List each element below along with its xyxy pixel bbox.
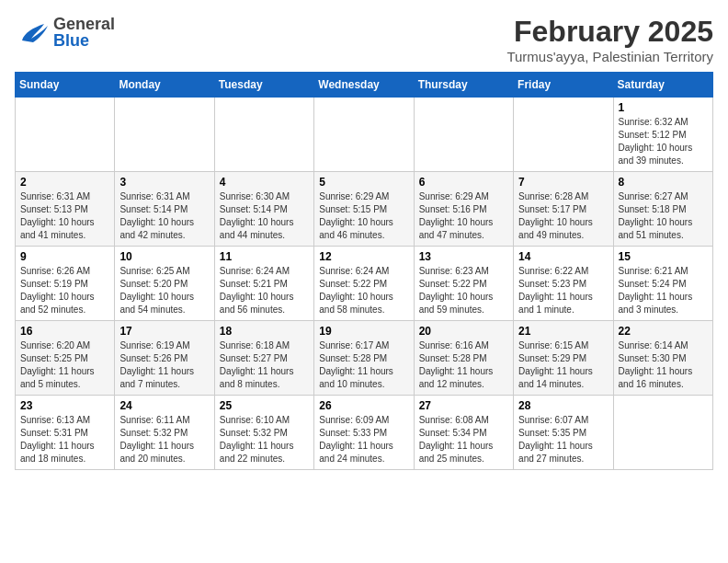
day-number: 28 bbox=[518, 399, 608, 412]
day-info: Sunrise: 6:18 AM Sunset: 5:27 PM Dayligh… bbox=[220, 339, 309, 391]
calendar-cell: 2Sunrise: 6:31 AM Sunset: 5:13 PM Daylig… bbox=[16, 172, 115, 247]
day-number: 24 bbox=[119, 399, 209, 412]
calendar-cell: 6Sunrise: 6:29 AM Sunset: 5:16 PM Daylig… bbox=[414, 172, 513, 247]
day-info: Sunrise: 6:28 AM Sunset: 5:17 PM Dayligh… bbox=[518, 190, 608, 242]
day-info: Sunrise: 6:27 AM Sunset: 5:18 PM Dayligh… bbox=[619, 190, 708, 242]
calendar-week-row: 16Sunrise: 6:20 AM Sunset: 5:25 PM Dayli… bbox=[16, 321, 713, 396]
day-number: 1 bbox=[619, 101, 708, 114]
day-number: 14 bbox=[518, 250, 608, 263]
day-info: Sunrise: 6:31 AM Sunset: 5:13 PM Dayligh… bbox=[20, 190, 109, 242]
day-info: Sunrise: 6:10 AM Sunset: 5:32 PM Dayligh… bbox=[220, 414, 309, 465]
day-info: Sunrise: 6:19 AM Sunset: 5:26 PM Dayligh… bbox=[119, 339, 209, 391]
calendar-subtitle: Turmus'ayya, Palestinian Territory bbox=[506, 49, 713, 64]
calendar-cell: 4Sunrise: 6:30 AM Sunset: 5:14 PM Daylig… bbox=[214, 172, 313, 247]
day-number: 13 bbox=[419, 250, 508, 263]
day-info: Sunrise: 6:20 AM Sunset: 5:25 PM Dayligh… bbox=[20, 339, 109, 391]
calendar-cell: 27Sunrise: 6:08 AM Sunset: 5:34 PM Dayli… bbox=[414, 396, 513, 470]
day-of-week-header: Saturday bbox=[613, 73, 712, 98]
day-info: Sunrise: 6:21 AM Sunset: 5:24 PM Dayligh… bbox=[619, 265, 708, 316]
day-info: Sunrise: 6:08 AM Sunset: 5:34 PM Dayligh… bbox=[419, 414, 508, 465]
day-number: 16 bbox=[20, 325, 109, 338]
day-number: 22 bbox=[619, 325, 708, 338]
calendar-title: February 2025 bbox=[506, 15, 713, 49]
day-info: Sunrise: 6:30 AM Sunset: 5:14 PM Dayligh… bbox=[220, 190, 309, 242]
day-info: Sunrise: 6:26 AM Sunset: 5:19 PM Dayligh… bbox=[20, 265, 109, 316]
day-info: Sunrise: 6:17 AM Sunset: 5:28 PM Dayligh… bbox=[319, 339, 408, 391]
day-number: 21 bbox=[518, 325, 608, 338]
day-number: 2 bbox=[20, 176, 109, 189]
day-info: Sunrise: 6:16 AM Sunset: 5:28 PM Dayligh… bbox=[419, 339, 508, 391]
day-info: Sunrise: 6:29 AM Sunset: 5:15 PM Dayligh… bbox=[319, 190, 408, 242]
days-of-week-row: SundayMondayTuesdayWednesdayThursdayFrid… bbox=[16, 73, 713, 98]
day-number: 27 bbox=[419, 399, 508, 412]
calendar-cell: 12Sunrise: 6:24 AM Sunset: 5:22 PM Dayli… bbox=[314, 247, 414, 321]
day-info: Sunrise: 6:09 AM Sunset: 5:33 PM Dayligh… bbox=[319, 414, 408, 465]
day-info: Sunrise: 6:24 AM Sunset: 5:21 PM Dayligh… bbox=[220, 265, 309, 316]
calendar-cell: 10Sunrise: 6:25 AM Sunset: 5:20 PM Dayli… bbox=[115, 247, 214, 321]
calendar-cell: 11Sunrise: 6:24 AM Sunset: 5:21 PM Dayli… bbox=[214, 247, 313, 321]
calendar-cell: 5Sunrise: 6:29 AM Sunset: 5:15 PM Daylig… bbox=[314, 172, 414, 247]
calendar-cell: 16Sunrise: 6:20 AM Sunset: 5:25 PM Dayli… bbox=[16, 321, 115, 396]
calendar-week-row: 9Sunrise: 6:26 AM Sunset: 5:19 PM Daylig… bbox=[16, 247, 713, 321]
calendar-week-row: 1Sunrise: 6:32 AM Sunset: 5:12 PM Daylig… bbox=[16, 98, 713, 172]
calendar-cell: 24Sunrise: 6:11 AM Sunset: 5:32 PM Dayli… bbox=[115, 396, 214, 470]
day-number: 8 bbox=[619, 176, 708, 189]
day-number: 5 bbox=[319, 176, 408, 189]
day-info: Sunrise: 6:07 AM Sunset: 5:35 PM Dayligh… bbox=[518, 414, 608, 465]
calendar-cell: 1Sunrise: 6:32 AM Sunset: 5:12 PM Daylig… bbox=[613, 98, 712, 172]
calendar-cell bbox=[414, 98, 513, 172]
calendar-cell: 26Sunrise: 6:09 AM Sunset: 5:33 PM Dayli… bbox=[314, 396, 414, 470]
calendar-week-row: 2Sunrise: 6:31 AM Sunset: 5:13 PM Daylig… bbox=[16, 172, 713, 247]
calendar-cell: 19Sunrise: 6:17 AM Sunset: 5:28 PM Dayli… bbox=[314, 321, 414, 396]
day-of-week-header: Thursday bbox=[414, 73, 513, 98]
day-number: 6 bbox=[419, 176, 508, 189]
calendar-cell bbox=[514, 98, 613, 172]
day-info: Sunrise: 6:24 AM Sunset: 5:22 PM Dayligh… bbox=[319, 265, 408, 316]
day-number: 10 bbox=[119, 250, 209, 263]
day-number: 25 bbox=[220, 399, 309, 412]
calendar-body: 1Sunrise: 6:32 AM Sunset: 5:12 PM Daylig… bbox=[16, 98, 713, 470]
calendar-cell bbox=[115, 98, 214, 172]
calendar-cell: 18Sunrise: 6:18 AM Sunset: 5:27 PM Dayli… bbox=[214, 321, 313, 396]
calendar-cell: 22Sunrise: 6:14 AM Sunset: 5:30 PM Dayli… bbox=[613, 321, 712, 396]
day-info: Sunrise: 6:11 AM Sunset: 5:32 PM Dayligh… bbox=[119, 414, 209, 465]
logo-general-text: General bbox=[53, 16, 115, 32]
calendar-cell: 9Sunrise: 6:26 AM Sunset: 5:19 PM Daylig… bbox=[16, 247, 115, 321]
calendar-cell bbox=[16, 98, 115, 172]
day-number: 7 bbox=[518, 176, 608, 189]
header: General Blue February 2025 Turmus'ayya, … bbox=[15, 15, 713, 64]
day-number: 15 bbox=[619, 250, 708, 263]
day-number: 17 bbox=[119, 325, 209, 338]
day-info: Sunrise: 6:23 AM Sunset: 5:22 PM Dayligh… bbox=[419, 265, 508, 316]
day-number: 18 bbox=[220, 325, 309, 338]
day-number: 4 bbox=[220, 176, 309, 189]
day-number: 3 bbox=[119, 176, 209, 189]
day-info: Sunrise: 6:22 AM Sunset: 5:23 PM Dayligh… bbox=[518, 265, 608, 316]
day-info: Sunrise: 6:31 AM Sunset: 5:14 PM Dayligh… bbox=[119, 190, 209, 242]
calendar-cell: 21Sunrise: 6:15 AM Sunset: 5:29 PM Dayli… bbox=[514, 321, 613, 396]
calendar-cell: 17Sunrise: 6:19 AM Sunset: 5:26 PM Dayli… bbox=[115, 321, 214, 396]
calendar-cell: 14Sunrise: 6:22 AM Sunset: 5:23 PM Dayli… bbox=[514, 247, 613, 321]
calendar-cell: 23Sunrise: 6:13 AM Sunset: 5:31 PM Dayli… bbox=[16, 396, 115, 470]
calendar-cell: 8Sunrise: 6:27 AM Sunset: 5:18 PM Daylig… bbox=[613, 172, 712, 247]
calendar-table: SundayMondayTuesdayWednesdayThursdayFrid… bbox=[15, 72, 713, 470]
calendar-cell: 7Sunrise: 6:28 AM Sunset: 5:17 PM Daylig… bbox=[514, 172, 613, 247]
day-number: 20 bbox=[419, 325, 508, 338]
calendar-cell: 20Sunrise: 6:16 AM Sunset: 5:28 PM Dayli… bbox=[414, 321, 513, 396]
day-info: Sunrise: 6:14 AM Sunset: 5:30 PM Dayligh… bbox=[619, 339, 708, 391]
day-of-week-header: Tuesday bbox=[214, 73, 313, 98]
day-number: 19 bbox=[319, 325, 408, 338]
day-number: 12 bbox=[319, 250, 408, 263]
calendar-cell: 25Sunrise: 6:10 AM Sunset: 5:32 PM Dayli… bbox=[214, 396, 313, 470]
calendar-cell: 28Sunrise: 6:07 AM Sunset: 5:35 PM Dayli… bbox=[514, 396, 613, 470]
day-number: 23 bbox=[20, 399, 109, 412]
day-info: Sunrise: 6:15 AM Sunset: 5:29 PM Dayligh… bbox=[518, 339, 608, 391]
calendar-cell bbox=[613, 396, 712, 470]
logo-blue-text: Blue bbox=[53, 32, 115, 49]
calendar-cell: 15Sunrise: 6:21 AM Sunset: 5:24 PM Dayli… bbox=[613, 247, 712, 321]
title-section: February 2025 Turmus'ayya, Palestinian T… bbox=[506, 15, 713, 64]
calendar-week-row: 23Sunrise: 6:13 AM Sunset: 5:31 PM Dayli… bbox=[16, 396, 713, 470]
day-number: 11 bbox=[220, 250, 309, 263]
day-number: 9 bbox=[20, 250, 109, 263]
calendar-cell bbox=[214, 98, 313, 172]
